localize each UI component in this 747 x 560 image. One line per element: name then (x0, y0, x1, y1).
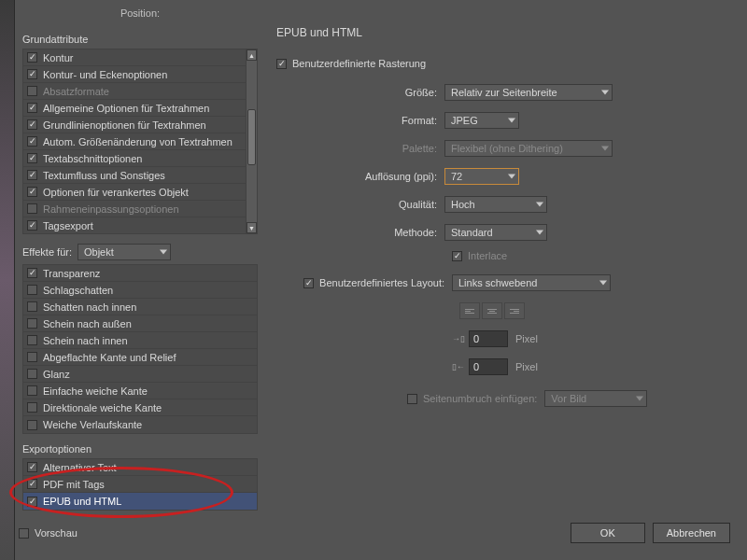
list-item[interactable]: Abgeflachte Kante und Relief (23, 349, 257, 366)
list-item-checkbox[interactable] (27, 285, 37, 295)
list-item[interactable]: Einfache weiche Kante (23, 383, 257, 399)
list-item[interactable]: EPUB und HTML (23, 493, 257, 510)
list-item-checkbox[interactable] (27, 318, 37, 329)
list-item-checkbox[interactable] (27, 462, 37, 472)
list-item-label: Schein nach innen (43, 335, 128, 346)
rasterung-checkbox[interactable] (276, 59, 287, 69)
pagebreak-dropdown: Vor Bild (544, 390, 647, 407)
resolution-label: Auflösung (ppi): (276, 171, 444, 182)
vorschau-checkbox[interactable] (19, 528, 29, 539)
list-item-label: EPUB und HTML (43, 496, 121, 507)
list-item-checkbox[interactable] (27, 220, 37, 231)
palette-value: Flexibel (ohne Dithering) (451, 143, 563, 154)
scroll-up-button[interactable]: ▲ (247, 49, 257, 61)
layout-value: Links schwebend (458, 277, 537, 288)
list-item-label: Textumfluss und Sonstiges (43, 170, 165, 181)
list-item[interactable]: Schein nach außen (23, 315, 257, 332)
list-item[interactable]: Alternativer Text (23, 459, 257, 476)
list-item-checkbox[interactable] (27, 369, 37, 379)
list-item[interactable]: Weiche Verlaufskante (23, 416, 257, 433)
list-item[interactable]: Textabschnittoptionen (23, 150, 246, 167)
quality-dropdown[interactable]: Hoch (444, 196, 547, 213)
list-item[interactable]: PDF mit Tags (23, 476, 257, 493)
list-item-checkbox[interactable] (27, 352, 37, 362)
list-item[interactable]: Kontur (23, 49, 246, 66)
vorschau-label: Vorschau (35, 527, 78, 539)
list-item-label: Schatten nach innen (43, 301, 136, 313)
palette-label: Palette: (276, 143, 444, 154)
align-buttons (459, 302, 525, 319)
list-item-label: Allgemeine Optionen für Textrahmen (43, 103, 209, 114)
format-dropdown[interactable]: JPEG (444, 112, 519, 129)
ok-button[interactable]: OK (571, 523, 645, 543)
list-item-checkbox[interactable] (27, 268, 37, 278)
method-dropdown[interactable]: Standard (444, 224, 547, 241)
list-item-checkbox[interactable] (27, 203, 37, 214)
list-item[interactable]: Optionen für verankertes Objekt (23, 184, 246, 201)
list-item-checkbox[interactable] (27, 119, 37, 130)
effekte-list: TransparenzSchlagschattenSchatten nach i… (22, 264, 258, 434)
list-item-label: Transparenz (43, 268, 100, 279)
list-item-checkbox[interactable] (27, 170, 37, 180)
palette-dropdown: Flexibel (ohne Dithering) (444, 140, 613, 157)
list-item-label: Einfache weiche Kante (43, 385, 148, 397)
list-item[interactable]: Rahmeneinpassungsoptionen (23, 201, 246, 217)
list-item-checkbox[interactable] (27, 420, 37, 430)
list-item[interactable]: Kontur- und Eckenoptionen (23, 66, 246, 83)
list-item-label: PDF mit Tags (43, 479, 105, 490)
list-item-label: Tagsexport (43, 220, 93, 231)
list-item-checkbox[interactable] (27, 385, 37, 396)
list-item[interactable]: Glanz (23, 366, 257, 383)
spacing-bottom-row: ▯← 0 Pixel (452, 358, 738, 375)
list-item-checkbox[interactable] (27, 479, 37, 489)
size-dropdown[interactable]: Relativ zur Seitenbreite (444, 84, 613, 101)
list-item-label: Direktionale weiche Kante (43, 402, 162, 413)
list-item-checkbox[interactable] (27, 335, 37, 345)
layout-dropdown[interactable]: Links schwebend (452, 274, 611, 291)
list-item-checkbox[interactable] (27, 136, 37, 147)
list-item-checkbox[interactable] (27, 402, 37, 413)
layout-label: Benutzerdefiniertes Layout: (319, 277, 444, 288)
size-label: Größe: (276, 87, 444, 98)
list-item-label: Autom. Größenänderung von Textrahmen (43, 136, 233, 147)
list-item[interactable]: Direktionale weiche Kante (23, 399, 257, 416)
spacing-bottom-input[interactable]: 0 (469, 358, 508, 375)
scroll-down-button[interactable]: ▼ (247, 222, 257, 233)
list-item-checkbox[interactable] (27, 86, 37, 96)
list-item-checkbox[interactable] (27, 301, 37, 312)
list-item-checkbox[interactable] (27, 103, 37, 113)
list-item[interactable]: Autom. Größenänderung von Textrahmen (23, 133, 246, 150)
pixel-label: Pixel (515, 333, 538, 344)
list-item[interactable]: Absatzformate (23, 83, 246, 100)
list-item-checkbox[interactable] (27, 69, 37, 79)
list-item-checkbox[interactable] (27, 52, 37, 63)
cancel-button[interactable]: Abbrechen (653, 523, 730, 543)
spacing-top-row: →▯ 0 Pixel (452, 330, 738, 347)
list-item[interactable]: Grundlinienoptionen für Textrahmen (23, 117, 246, 133)
list-item[interactable]: Schatten nach innen (23, 299, 257, 315)
list-item-checkbox[interactable] (27, 153, 37, 163)
interlace-label: Interlace (468, 250, 507, 261)
list-item[interactable]: Schein nach innen (23, 332, 257, 349)
list-item-label: Schein nach außen (43, 318, 132, 329)
list-item[interactable]: Textumfluss und Sonstiges (23, 167, 246, 184)
list-item-label: Weiche Verlaufskante (43, 419, 142, 430)
list-item[interactable]: Allgemeine Optionen für Textrahmen (23, 100, 246, 117)
list-item[interactable]: Schlagschatten (23, 282, 257, 299)
exportoptionen-list: Alternativer TextPDF mit TagsEPUB und HT… (22, 458, 258, 511)
list-item-checkbox[interactable] (27, 187, 37, 197)
effekte-dropdown[interactable]: Objekt (78, 244, 171, 260)
list-item-label: Kontur (43, 52, 73, 63)
scrollbar[interactable]: ▲ ▼ (246, 49, 257, 233)
spacing-top-input[interactable]: 0 (469, 330, 508, 347)
effekte-label: Effekte für: (22, 246, 72, 258)
method-label: Methode: (276, 227, 444, 238)
rasterung-checkbox-row[interactable]: Benutzerdefinierte Rasterung (276, 58, 738, 69)
scroll-thumb[interactable] (247, 109, 256, 165)
list-item[interactable]: Transparenz (23, 265, 257, 282)
resolution-dropdown[interactable]: 72 (444, 168, 519, 185)
layout-checkbox[interactable] (303, 278, 314, 288)
align-center-button (482, 302, 502, 319)
list-item[interactable]: Tagsexport (23, 217, 246, 234)
list-item-checkbox[interactable] (27, 497, 37, 507)
